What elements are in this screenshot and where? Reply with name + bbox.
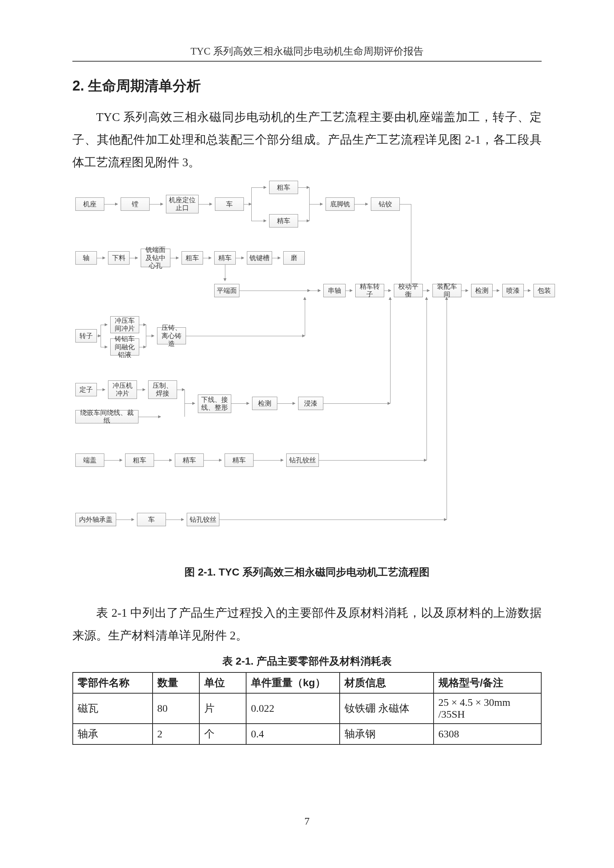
th-unit: 单位 xyxy=(199,673,246,693)
th-material: 材质信息 xyxy=(340,673,433,693)
node-chongyajichongpian: 冲压机冲片 xyxy=(108,380,137,399)
cell: 片 xyxy=(199,693,246,724)
node-dijiaoxi: 底脚铣 xyxy=(326,197,355,211)
node-neiwaizhouchenggai: 内外轴承盖 xyxy=(75,513,116,526)
node-zhulvchejian: 铸铝车间融化铝液 xyxy=(110,338,139,355)
arrow xyxy=(171,258,178,258)
table-header-row: 零部件名称 数量 单位 单件重量（kg） 材质信息 规格型号/备注 xyxy=(73,673,541,693)
cell: 80 xyxy=(153,693,199,724)
arrow xyxy=(231,403,249,404)
node-raoqian: 绕嵌车间绕线、裁纸 xyxy=(75,410,138,423)
page-header: TYC 系列高效三相永磁同步电动机生命周期评价报告 xyxy=(72,45,542,62)
line xyxy=(139,347,146,347)
page-number: 7 xyxy=(0,815,614,827)
arrow xyxy=(101,347,107,347)
arrow xyxy=(524,291,530,291)
arrow xyxy=(104,460,122,460)
arrow xyxy=(166,519,184,520)
line xyxy=(101,325,101,347)
node-yazhi: 压制、焊接 xyxy=(148,380,177,399)
line xyxy=(239,291,310,291)
node-che2: 车 xyxy=(137,513,166,526)
cell: 0.022 xyxy=(246,693,340,724)
node-chongyachongpian: 冲压车间冲片 xyxy=(110,316,139,333)
node-jingche4: 精车 xyxy=(225,454,254,467)
arrow xyxy=(309,204,323,205)
arrow xyxy=(272,258,280,258)
arrow xyxy=(116,519,134,520)
cell: 钕铁硼 永磁体 xyxy=(340,693,433,724)
cell: 2 xyxy=(153,724,199,744)
node-che: 车 xyxy=(215,197,244,211)
th-name: 零部件名称 xyxy=(73,673,153,693)
node-yazhu: 压铸、离心铸造 xyxy=(157,327,186,344)
arrow xyxy=(104,204,118,205)
line xyxy=(251,188,252,221)
line xyxy=(298,221,309,221)
node-duangai: 端盖 xyxy=(75,454,104,467)
node-jinqi: 浸漆 xyxy=(298,397,323,410)
line xyxy=(177,390,185,390)
arrow xyxy=(137,390,145,390)
node-pingduanmian: 平端面 xyxy=(214,284,239,297)
node-jingche3: 精车 xyxy=(175,454,204,467)
figure-caption: 图 2-1. TYC 系列高效三相永磁同步电动机工艺流程图 xyxy=(72,565,542,579)
node-jingche: 精车 xyxy=(269,214,298,228)
paragraph-1: TYC 系列高效三相永磁同步电动机的生产工艺流程主要由机座端盖加工，转子、定子、… xyxy=(72,106,542,173)
section-heading: 2. 生命周期清单分析 xyxy=(72,76,542,95)
node-chuanzhou: 串轴 xyxy=(323,284,346,297)
arrow xyxy=(254,460,283,460)
arrow xyxy=(198,204,212,205)
line xyxy=(298,188,309,188)
line xyxy=(400,204,411,205)
node-xiaxian: 下线、接线、整形 xyxy=(198,394,231,413)
node-baozhuang: 包装 xyxy=(533,284,555,297)
node-zuankongjiaosi: 钻孔铰丝 xyxy=(286,454,319,467)
flowchart-container: 机座 镗 机座定位止口 车 粗车 精车 底脚铣 钻铰 轴 下料 铣端面及钻中心孔… xyxy=(72,181,540,552)
node-jizuo: 机座 xyxy=(75,197,104,211)
arrow xyxy=(251,221,266,221)
table-row: 轴承 2 个 0.4 轴承钢 6308 xyxy=(73,724,541,744)
line xyxy=(219,519,447,520)
node-cuche: 粗车 xyxy=(269,181,298,194)
node-dingzi: 定子 xyxy=(75,383,97,396)
arrow xyxy=(461,291,468,291)
arrow-up xyxy=(426,297,427,460)
materials-table: 零部件名称 数量 单位 单件重量（kg） 材质信息 规格型号/备注 磁瓦 80 … xyxy=(72,672,542,745)
node-xijiancao: 铣键槽 xyxy=(247,251,272,265)
node-dingweizhikou: 机座定位止口 xyxy=(166,195,198,213)
arrow xyxy=(185,403,195,404)
arrow xyxy=(423,291,429,291)
node-zhuanzi: 转子 xyxy=(75,329,97,343)
arrow-up xyxy=(305,297,305,336)
node-xialiao: 下料 xyxy=(108,251,130,265)
node-zhou: 轴 xyxy=(75,251,97,265)
arrow xyxy=(101,325,107,325)
cell: 0.4 xyxy=(246,724,340,744)
arrow xyxy=(204,460,222,460)
node-zuanjiao: 钻铰 xyxy=(371,197,400,211)
arrow xyxy=(384,291,391,291)
node-jiance2: 检测 xyxy=(252,397,277,410)
line xyxy=(323,403,390,404)
table-caption: 表 2-1. 产品主要零部件及材料消耗表 xyxy=(72,654,542,668)
arrow xyxy=(346,291,352,291)
cell: 轴承 xyxy=(73,724,153,744)
node-mo: 磨 xyxy=(283,251,305,265)
arrow xyxy=(97,390,105,390)
line xyxy=(139,325,146,325)
arrow-up xyxy=(447,297,447,519)
node-zuankongjiaosi2: 钻孔铰丝 xyxy=(187,513,219,526)
arrow xyxy=(493,291,499,291)
arrow xyxy=(97,258,105,258)
line xyxy=(319,460,426,460)
arrow xyxy=(277,403,295,404)
cell: 25 × 4.5 × 30mm /35SH xyxy=(434,693,541,724)
cell: 磁瓦 xyxy=(73,693,153,724)
arrow xyxy=(130,258,138,258)
arrow-down xyxy=(225,265,225,281)
node-cuche3: 粗车 xyxy=(125,454,154,467)
node-xiaodongpingheng: 校动平衡 xyxy=(394,284,423,297)
arrow-up xyxy=(390,297,391,403)
arrow xyxy=(203,258,211,258)
